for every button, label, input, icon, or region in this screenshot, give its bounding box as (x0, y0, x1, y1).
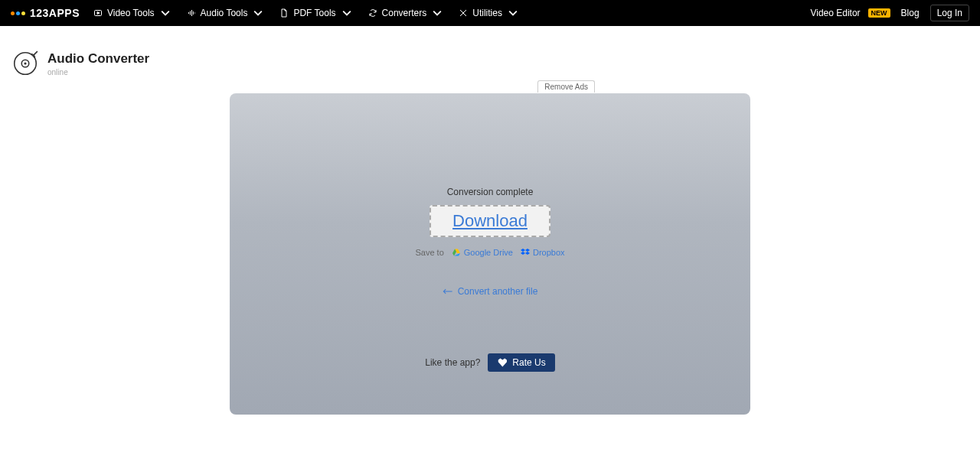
svg-rect-4 (191, 10, 192, 16)
save-google-drive[interactable]: Google Drive (452, 248, 513, 257)
svg-point-9 (24, 62, 26, 64)
remove-ads-label: Remove Ads (544, 83, 588, 91)
rate-us-button[interactable]: Rate Us (488, 353, 554, 372)
nav-video-tools[interactable]: Video Tools (93, 8, 170, 18)
nav-label: Converters (382, 8, 427, 18)
rate-row: Like the app? Rate Us (230, 353, 750, 372)
chevron-down-icon (253, 8, 263, 18)
video-icon (93, 8, 103, 18)
nav-converters[interactable]: Converters (368, 8, 443, 18)
page-header: Audio Converter online (0, 26, 980, 78)
chevron-down-icon (508, 8, 518, 18)
svg-rect-6 (194, 13, 195, 14)
nav-items: Video Tools Audio Tools PDF Tools Conver… (93, 8, 518, 18)
conversion-card: Conversion complete Download Save to Goo… (230, 93, 750, 415)
logo-dots-icon (11, 11, 25, 15)
svg-marker-15 (521, 252, 525, 255)
google-drive-label: Google Drive (464, 248, 513, 257)
chevron-down-icon (433, 8, 442, 18)
new-badge: NEW (868, 8, 890, 18)
download-label: Download (452, 211, 528, 230)
nav-label: Blog (901, 8, 920, 18)
like-app-label: Like the app? (425, 357, 480, 368)
nav-label: Utilities (472, 8, 502, 18)
nav-label: Video Editor (810, 8, 860, 18)
main-area: Remove Ads Conversion complete Download … (0, 93, 980, 415)
nav-label: PDF Tools (293, 8, 335, 18)
app-title: Audio Converter (47, 51, 149, 67)
login-label: Log In (937, 8, 962, 18)
audio-icon (187, 8, 196, 18)
save-to-label: Save to (415, 248, 443, 257)
svg-marker-1 (97, 12, 100, 15)
save-to-row: Save to Google Drive (415, 248, 564, 257)
chevron-down-icon (342, 8, 351, 18)
nav-video-editor[interactable]: Video Editor NEW (810, 8, 890, 18)
svg-rect-3 (190, 11, 191, 15)
rate-us-label: Rate Us (512, 357, 545, 368)
svg-rect-2 (188, 12, 189, 14)
dropbox-icon (521, 248, 530, 257)
card-container: Remove Ads Conversion complete Download … (230, 93, 750, 415)
chevron-down-icon (161, 8, 170, 18)
audio-converter-icon (11, 49, 40, 78)
top-nav: 123APPS Video Tools Audio Tools PDF Tool… (0, 0, 980, 26)
google-drive-icon (452, 248, 461, 257)
heart-icon (497, 357, 508, 368)
nav-label: Audio Tools (201, 8, 248, 18)
svg-rect-5 (193, 11, 194, 15)
svg-marker-14 (525, 249, 530, 252)
download-button[interactable]: Download (430, 205, 550, 237)
convert-another-label: Convert another file (458, 286, 538, 297)
nav-pdf-tools[interactable]: PDF Tools (279, 8, 351, 18)
nav-blog[interactable]: Blog (901, 8, 920, 18)
dropbox-label: Dropbox (533, 248, 565, 257)
convert-another-link[interactable]: Convert another file (443, 286, 538, 297)
refresh-icon (368, 8, 377, 18)
status-text: Conversion complete (447, 187, 534, 197)
remove-ads-button[interactable]: Remove Ads (537, 80, 595, 93)
tools-icon (459, 8, 468, 18)
svg-marker-16 (525, 252, 530, 255)
login-button[interactable]: Log In (930, 5, 969, 21)
brand-name: 123APPS (30, 7, 80, 19)
nav-label: Video Tools (107, 8, 155, 18)
svg-marker-13 (521, 249, 525, 252)
brand-logo[interactable]: 123APPS (11, 7, 80, 19)
document-icon (279, 8, 289, 18)
app-subtitle: online (47, 68, 149, 76)
save-dropbox[interactable]: Dropbox (521, 248, 565, 257)
nav-audio-tools[interactable]: Audio Tools (187, 8, 263, 18)
nav-right: Video Editor NEW Blog Log In (810, 5, 969, 21)
arrow-left-icon (443, 288, 453, 295)
nav-utilities[interactable]: Utilities (459, 8, 518, 18)
